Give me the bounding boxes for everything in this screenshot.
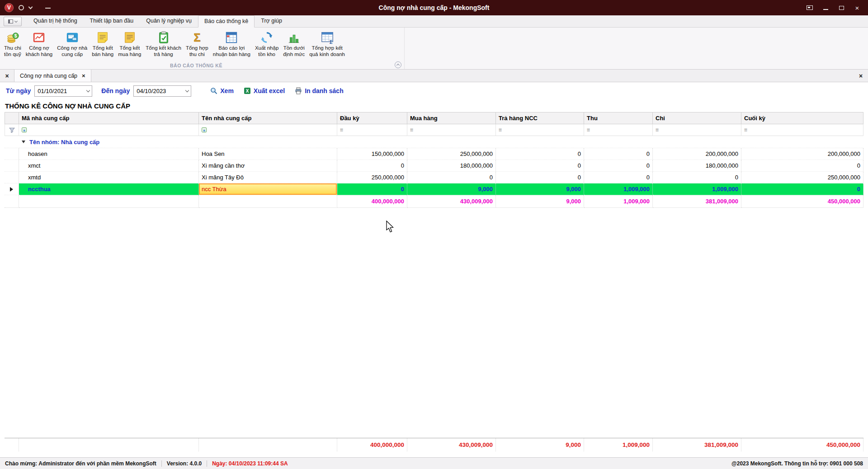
cell-name-focused[interactable]: ncc Thừa	[199, 183, 337, 195]
print-list-button[interactable]: In danh sách	[295, 87, 344, 94]
cell-code[interactable]: nccthua	[19, 183, 199, 195]
filter-cell-cuoi-ky[interactable]: =	[741, 124, 863, 136]
chevron-down-icon	[185, 88, 189, 92]
ribbon-button-label: Tổng kết khách trả hàng	[146, 45, 181, 57]
cell-thu[interactable]: 0	[584, 148, 653, 160]
doc-tab-close-icon[interactable]: ×	[82, 72, 85, 79]
ribbon-button-tong-ket-ban-hang[interactable]: Tổng kết bán hàng	[90, 29, 116, 58]
app-menu-button[interactable]	[4, 17, 22, 26]
cell-cuoi-ky[interactable]: 0	[741, 183, 863, 195]
tabbar-right-close-button[interactable]: ×	[854, 70, 868, 82]
cell-dau-ky[interactable]: 250,000,000	[337, 172, 407, 183]
cell-tra-hang[interactable]: 9,000	[496, 183, 584, 195]
filter-cell-chi[interactable]: =	[653, 124, 741, 136]
column-header[interactable]: Mã nhà cung cấp	[19, 112, 199, 124]
ribbon-tab-thiet-lap-ban-dau[interactable]: Thiết lập ban đầu	[84, 15, 140, 27]
ribbon-tab-tro-giup[interactable]: Trợ giúp	[255, 15, 288, 27]
tabbar-close-button[interactable]: ×	[0, 70, 14, 82]
ribbon-button-tong-ket-khach-tra-hang[interactable]: Tổng kết khách trả hàng	[143, 29, 184, 58]
filter-cell-dau-ky[interactable]: =	[337, 124, 407, 136]
cell-cuoi-ky[interactable]: 200,000,000	[741, 148, 863, 160]
ribbon-button-tong-hop-thu-chi[interactable]: Σ Tổng hợp thu chi	[184, 29, 211, 58]
cell-tra-hang[interactable]: 0	[496, 160, 584, 172]
ribbon-button-bao-cao-loi-nhuan[interactable]: Báo cáo lợi nhuận bán hàng	[211, 29, 253, 58]
filter-cell-name[interactable]: a	[199, 124, 337, 136]
magnifier-icon	[210, 87, 217, 94]
doc-tab-cong-no-nha-cung-cap[interactable]: Công nợ nhà cung cấp ×	[14, 70, 91, 82]
cell-name[interactable]: Xi măng cần thơ	[199, 160, 337, 172]
cell-dau-ky[interactable]: 0	[337, 183, 407, 195]
row-indicator-cell	[5, 160, 19, 172]
group-row[interactable]: Tên nhóm: Nhà cung cấp	[5, 136, 863, 148]
customize-toolbar-icon[interactable]	[45, 7, 51, 9]
indicator-header-cell	[5, 112, 19, 124]
filter-cell-tra-hang[interactable]: =	[496, 124, 584, 136]
cell-tra-hang[interactable]: 0	[496, 172, 584, 183]
profit-table-icon	[225, 31, 238, 44]
screen-mode-button[interactable]	[806, 4, 813, 11]
cell-tra-hang[interactable]: 0	[496, 148, 584, 160]
cell-thu[interactable]: 0	[584, 172, 653, 183]
close-button[interactable]: ×	[854, 4, 861, 11]
column-header[interactable]: Tên nhà cung cấp	[199, 112, 337, 124]
ribbon-group-bao-cao-thong-ke: $ Thu chi tồn quỹ Công nợ khách hàng Côn…	[0, 28, 405, 69]
cell-chi[interactable]: 180,000,000	[653, 160, 741, 172]
cell-thu[interactable]: 0	[584, 160, 653, 172]
cell-chi[interactable]: 200,000,000	[653, 148, 741, 160]
cell-mua-hang[interactable]: 250,000,000	[407, 148, 496, 160]
ribbon-button-ton-duoi-dinh-muc[interactable]: Tồn dưới định mức	[281, 29, 307, 58]
from-date-combobox[interactable]: 01/10/2021	[34, 85, 92, 97]
cell-code[interactable]: hoasen	[19, 148, 199, 160]
filter-cell-mua-hang[interactable]: =	[407, 124, 496, 136]
column-header[interactable]: Trả hàng NCC	[496, 112, 584, 124]
cell-cuoi-ky[interactable]: 0	[741, 160, 863, 172]
ribbon-tab-quan-ly-nghiep-vu[interactable]: Quản lý nghiệp vụ	[140, 15, 198, 27]
total-empty-cell	[199, 438, 337, 451]
table-row-selected[interactable]: nccthua ncc Thừa 0 9,000 9,000 1,009,000…	[5, 183, 863, 195]
cell-chi[interactable]: 1,009,000	[653, 183, 741, 195]
column-header[interactable]: Mua hàng	[407, 112, 496, 124]
ribbon-button-tong-hop-ket-qua-kinh-doanh[interactable]: Σ Tổng hợp kết quả kinh doanh	[307, 29, 347, 58]
ribbon-button-cong-no-khach-hang[interactable]: Công nợ khách hàng	[24, 29, 55, 58]
grid-header-row: Mã nhà cung cấp Tên nhà cung cấp Đầu kỳ …	[5, 112, 863, 124]
quick-access-circle-icon[interactable]	[19, 5, 24, 10]
ribbon-tab-bao-cao-thong-ke[interactable]: Báo cáo thống kê	[198, 15, 255, 28]
view-button[interactable]: Xem	[210, 87, 234, 94]
filter-cell-thu[interactable]: =	[584, 124, 653, 136]
cell-chi[interactable]: 0	[653, 172, 741, 183]
column-header[interactable]: Cuối kỳ	[741, 112, 863, 124]
cell-dau-ky[interactable]: 0	[337, 160, 407, 172]
collapse-ribbon-button[interactable]	[395, 61, 401, 68]
cell-thu[interactable]: 1,009,000	[584, 183, 653, 195]
table-row[interactable]: hoasen Hoa Sen 150,000,000 250,000,000 0…	[5, 148, 863, 160]
group-expand-icon[interactable]	[22, 141, 25, 143]
quick-access-chevron-down-icon[interactable]	[28, 5, 33, 9]
cell-mua-hang[interactable]: 0	[407, 172, 496, 183]
to-date-combobox[interactable]: 04/10/2023	[133, 85, 191, 97]
cell-cuoi-ky[interactable]: 250,000,000	[741, 172, 863, 183]
maximize-button[interactable]	[838, 4, 845, 11]
minimize-button[interactable]	[822, 4, 829, 11]
cell-name[interactable]: Xi măng Tây Đô	[199, 172, 337, 183]
summary-empty-cell	[199, 195, 337, 208]
table-row[interactable]: xmct Xi măng cần thơ 0 180,000,000 0 0 1…	[5, 160, 863, 172]
table-row[interactable]: xmtd Xi măng Tây Đô 250,000,000 0 0 0 0 …	[5, 172, 863, 183]
cell-code[interactable]: xmtd	[19, 172, 199, 183]
column-header[interactable]: Chi	[653, 112, 741, 124]
cell-mua-hang[interactable]: 180,000,000	[407, 160, 496, 172]
ribbon-tab-quan-tri-he-thong[interactable]: Quản trị hệ thống	[27, 15, 84, 27]
cell-mua-hang[interactable]: 9,000	[407, 183, 496, 195]
ribbon-button-cong-no-nha-cung-cap[interactable]: Công nợ nhà cung cấp	[55, 29, 90, 58]
export-excel-button[interactable]: X Xuất excel	[244, 87, 285, 94]
ribbon-button-thu-chi-ton-quy[interactable]: $ Thu chi tồn quỹ	[2, 29, 24, 58]
ribbon-button-tong-ket-mua-hang[interactable]: Tổng kết mua hàng	[116, 29, 143, 58]
column-header[interactable]: Đầu kỳ	[337, 112, 407, 124]
to-date-dropdown-button[interactable]	[184, 86, 191, 96]
filter-cell-code[interactable]: a	[19, 124, 199, 136]
cell-code[interactable]: xmct	[19, 160, 199, 172]
cell-dau-ky[interactable]: 150,000,000	[337, 148, 407, 160]
cell-name[interactable]: Hoa Sen	[199, 148, 337, 160]
ribbon-button-xuat-nhap-ton-kho[interactable]: Xuất nhập tồn kho	[253, 29, 281, 58]
from-date-dropdown-button[interactable]	[85, 86, 92, 96]
column-header[interactable]: Thu	[584, 112, 653, 124]
